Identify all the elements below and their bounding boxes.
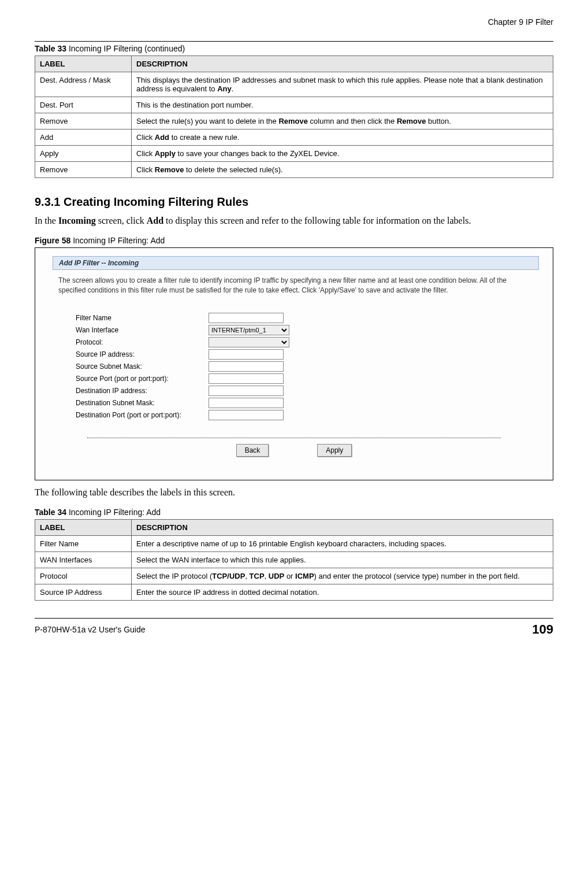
t33-r5-desc: Click Remove to delete the selected rule… [132, 162, 553, 178]
panel-title: Add IP Filter -- Incoming [53, 256, 539, 270]
text: Click [136, 149, 155, 158]
form-row-wan-interface: Wan Interface INTERNET/ptm0_1 [41, 325, 547, 335]
label-src-port: Source Port (port or port:port): [41, 375, 209, 383]
label-dst-port: Destination Port (port or port:port): [41, 411, 209, 419]
table33-caption-bold: Table 33 [35, 44, 66, 53]
text: button. [426, 117, 451, 125]
table33-th-desc: DESCRIPTION [132, 56, 553, 72]
text: ) and enter the protocol (service type) … [314, 572, 520, 580]
form-row-src-mask: Source Subnet Mask: [41, 361, 547, 372]
text: . [232, 84, 234, 93]
t33-r2-label: Remove [35, 113, 132, 129]
table34-caption: Table 34 Incoming IP Filtering: Add [35, 508, 553, 517]
t34-r0-desc: Enter a descriptive name of up to 16 pri… [132, 536, 553, 552]
text: , [245, 572, 249, 580]
button-row: Back Apply [41, 444, 547, 457]
form-row-dst-port: Destination Port (port or port:port): [41, 410, 547, 420]
t33-r3-desc: Click Add to create a new rule. [132, 129, 553, 146]
src-mask-input[interactable] [209, 361, 284, 372]
wan-interface-select[interactable]: INTERNET/ptm0_1 [209, 325, 289, 335]
t34-r1-label: WAN Interfaces [35, 552, 132, 568]
text: to delete the selected rule(s). [184, 165, 282, 174]
t34-r2-label: Protocol [35, 568, 132, 584]
table34-caption-bold: Table 34 [35, 508, 66, 517]
table33-caption: Table 33 Incoming IP Filtering (continue… [35, 44, 553, 53]
after-figure-text: The following table describes the labels… [35, 486, 553, 499]
text: to create a new rule. [169, 133, 239, 142]
text: Add [155, 133, 169, 142]
table33-caption-rest: Incoming IP Filtering (continued) [66, 44, 185, 53]
panel-intro: The screen allows you to create a filter… [58, 276, 535, 295]
text: screen, click [96, 216, 147, 225]
label-src-mask: Source Subnet Mask: [41, 362, 209, 371]
t33-r3-label: Add [35, 129, 132, 146]
label-protocol: Protocol: [41, 338, 209, 346]
table-row: Remove Click Remove to delete the select… [35, 162, 553, 178]
src-ip-input[interactable] [209, 349, 284, 360]
t33-r5-label: Remove [35, 162, 132, 178]
t34-r1-desc: Select the WAN interface to which this r… [132, 552, 553, 568]
label-src-ip: Source IP address: [41, 350, 209, 358]
figure-caption-rest: Incoming IP Filtering: Add [70, 236, 165, 245]
label-filter-name: Filter Name [41, 314, 209, 322]
table33-th-label: LABEL [35, 56, 132, 72]
form-row-protocol: Protocol: [41, 337, 547, 347]
table-row: Add Click Add to create a new rule. [35, 129, 553, 146]
t33-r1-label: Dest. Port [35, 97, 132, 113]
table-row: Dest. Port This is the destination port … [35, 97, 553, 113]
text: Apply [155, 149, 176, 158]
text: This displays the destination IP address… [136, 76, 543, 93]
text: ICMP [295, 572, 314, 580]
text: UDP [269, 572, 284, 580]
back-button[interactable]: Back [236, 444, 269, 457]
text: column and then click the [308, 117, 397, 125]
table-row: Apply Click Apply to save your changes b… [35, 146, 553, 162]
table34-caption-rest: Incoming IP Filtering: Add [66, 508, 161, 517]
dst-port-input[interactable] [209, 410, 284, 420]
text: Remove [278, 117, 308, 125]
label-wan-interface: Wan Interface [41, 326, 209, 334]
dst-ip-input[interactable] [209, 386, 284, 396]
table-row: Filter Name Enter a descriptive name of … [35, 536, 553, 552]
t34-r3-label: Source IP Address [35, 584, 132, 601]
table33: LABEL DESCRIPTION Dest. Address / Mask T… [35, 55, 553, 178]
form-row-src-port: Source Port (port or port:port): [41, 373, 547, 384]
header-rule [35, 41, 553, 42]
table-row: Remove Select the rule(s) you want to de… [35, 113, 553, 129]
table-row: WAN Interfaces Select the WAN interface … [35, 552, 553, 568]
dst-mask-input[interactable] [209, 398, 284, 408]
t33-r0-desc: This displays the destination IP address… [132, 72, 553, 97]
text: Select the rule(s) you want to delete in… [136, 117, 278, 125]
text: Remove [397, 117, 426, 125]
protocol-select[interactable] [209, 337, 289, 347]
t33-r0-label: Dest. Address / Mask [35, 72, 132, 97]
text: Select the IP protocol ( [136, 572, 212, 580]
text: Remove [155, 165, 184, 174]
apply-button[interactable]: Apply [317, 444, 352, 457]
footer-page-number: 109 [532, 622, 553, 637]
t33-r1-desc: This is the destination port number. [132, 97, 553, 113]
text: to display this screen and refer to the … [163, 216, 471, 225]
src-port-input[interactable] [209, 373, 284, 384]
t34-r3-desc: Enter the source IP address in dotted de… [132, 584, 553, 601]
text: Any [217, 84, 232, 93]
t34-r0-label: Filter Name [35, 536, 132, 552]
t34-r2-desc: Select the IP protocol (TCP/UDP, TCP, UD… [132, 568, 553, 584]
text: Add [147, 216, 163, 225]
text: TCP/UDP [212, 572, 245, 580]
section-heading: 9.3.1 Creating Incoming Filtering Rules [35, 195, 553, 209]
footer-guide: P-870HW-51a v2 User's Guide [35, 625, 146, 634]
table-row: Protocol Select the IP protocol (TCP/UDP… [35, 568, 553, 584]
label-dst-ip: Destination IP address: [41, 387, 209, 395]
t33-r4-desc: Click Apply to save your changes back to… [132, 146, 553, 162]
text: or [284, 572, 295, 580]
text: to save your changes back to the ZyXEL D… [176, 149, 340, 158]
text: , [265, 572, 269, 580]
text: Click [136, 133, 155, 142]
page-footer: P-870HW-51a v2 User's Guide 109 [35, 618, 553, 637]
text: TCP [250, 572, 265, 580]
table-row: Dest. Address / Mask This displays the d… [35, 72, 553, 97]
filter-name-input[interactable] [209, 313, 284, 323]
form-row-dst-ip: Destination IP address: [41, 386, 547, 396]
figure-caption: Figure 58 Incoming IP Filtering: Add [35, 236, 553, 245]
